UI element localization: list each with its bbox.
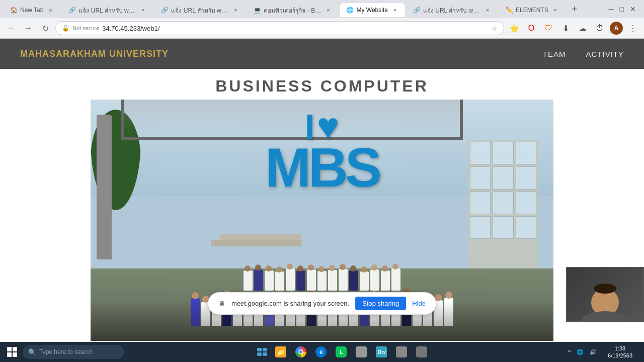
search-icon: 🔍 <box>28 348 36 356</box>
tab-close-6[interactable]: × <box>551 6 559 14</box>
bg-person-14 <box>381 270 390 291</box>
taskbar-file-explorer[interactable]: 📁 <box>271 342 290 361</box>
tab-6-elements[interactable]: ✏️ ELEMENTS × <box>500 3 566 17</box>
opera-icon[interactable]: O <box>524 21 538 35</box>
taskbar-app-5[interactable] <box>352 342 371 361</box>
bookmark-star-icon[interactable]: ☆ <box>491 24 498 32</box>
windows-logo-icon <box>7 347 17 357</box>
tab-1[interactable]: 🔗 แจ้ง URL สำหรับ website... × <box>62 3 153 17</box>
tab-2[interactable]: 🔗 แจ้ง URL สำหรับ website... × <box>155 3 246 17</box>
tab-title-new: New Tab <box>20 7 43 14</box>
video-face-area <box>591 289 619 316</box>
tab-5[interactable]: 🔗 แจ้ง URL สำหรับ website... × <box>407 3 498 17</box>
stairs-1 <box>211 240 301 246</box>
hide-button[interactable]: Hide <box>412 300 426 307</box>
bg-person-9 <box>328 270 337 291</box>
bg-person-10 <box>339 269 348 291</box>
adblock-icon[interactable]: 🛡 <box>541 21 555 35</box>
nav-link-team[interactable]: TEAM <box>543 50 566 58</box>
bg-person-7 <box>307 269 316 291</box>
stop-sharing-button[interactable]: Stop sharing <box>355 297 406 310</box>
tab-new-tab[interactable]: 🏠 New Tab × <box>4 3 60 17</box>
chrome-icon <box>295 346 306 357</box>
stairs-2 <box>220 234 301 240</box>
sign-overlay: I ♥ MBS <box>265 110 379 191</box>
tab-close-4[interactable]: × <box>391 6 399 14</box>
bg-person-3 <box>265 270 274 291</box>
tab-title-3: คอมพิวเตอร์รุกิจ - BC59... <box>264 6 321 15</box>
window-3 <box>516 142 536 164</box>
taskbar-app-8[interactable] <box>412 342 431 361</box>
taskbar-search[interactable]: 🔍 Type here to search <box>23 345 124 359</box>
taskview-button[interactable] <box>254 342 270 361</box>
tab-favicon-5: 🔗 <box>413 7 420 14</box>
tab-favicon-2: 🔗 <box>161 7 168 14</box>
tray-speaker-icon[interactable]: 🔊 <box>588 348 599 356</box>
onedrive-icon[interactable]: ☁ <box>576 21 590 35</box>
app8-icon <box>416 346 427 357</box>
search-placeholder: Type here to search <box>39 348 93 355</box>
close-button[interactable]: ✕ <box>630 5 636 13</box>
section-title-bar: BUSINESS COMPUTER <box>0 69 644 100</box>
profile-avatar[interactable]: A <box>610 22 623 35</box>
maximize-button[interactable]: □ <box>620 5 624 13</box>
system-tray: ^ 🌐 🔊 <box>562 348 603 356</box>
tab-close-new[interactable]: × <box>46 6 54 14</box>
tab-close-1[interactable]: × <box>139 6 147 14</box>
taskbar-chrome[interactable] <box>291 342 310 361</box>
tab-favicon-new: 🏠 <box>10 7 17 14</box>
tab-close-3[interactable]: × <box>324 6 332 14</box>
tray-arrow[interactable]: ^ <box>566 348 573 356</box>
taskbar-edge[interactable]: e <box>311 342 331 361</box>
extensions-icon[interactable]: ⭐ <box>507 21 521 35</box>
taskbar-apps: 📁 e L Dw <box>125 342 561 361</box>
site-navigation: MAHASARAKHAM UNIVERSITY TEAM ACTIVITY <box>0 39 644 69</box>
window-1 <box>470 142 491 164</box>
window-5 <box>493 166 513 189</box>
reload-button[interactable]: ↻ <box>38 21 52 35</box>
url-text[interactable]: 34.70.45.233/web1/ <box>102 25 488 32</box>
window-6 <box>516 166 536 189</box>
bg-person-12 <box>360 272 369 291</box>
tray-network-icon[interactable]: 🌐 <box>575 348 586 356</box>
tab-title-6: ELEMENTS <box>516 7 548 14</box>
taskview-icon <box>257 348 267 356</box>
window-8 <box>493 192 513 214</box>
bg-person-6 <box>296 270 305 291</box>
window-9 <box>516 192 536 214</box>
app5-icon <box>356 346 367 357</box>
video-thumbnail <box>566 267 644 322</box>
crowd-row-2 <box>244 268 400 291</box>
taskbar-dreamweaver[interactable]: Dw <box>372 342 391 361</box>
forward-button[interactable]: → <box>21 21 35 35</box>
url-bar[interactable]: 🔓 Not secure 34.70.45.233/web1/ ☆ <box>55 21 504 35</box>
bg-person-13 <box>370 269 379 291</box>
new-tab-button[interactable]: + <box>568 2 582 16</box>
tab-favicon-4: 🌐 <box>346 7 353 14</box>
nav-link-activity[interactable]: ACTIVITY <box>586 50 624 58</box>
tab-3[interactable]: 💻 คอมพิวเตอร์รุกิจ - BC59... × <box>248 3 338 17</box>
tab-4-mywebsite[interactable]: 🌐 My Website × <box>340 3 405 17</box>
tab-close-2[interactable]: × <box>231 6 239 14</box>
taskbar-line[interactable]: L <box>332 342 351 361</box>
taskbar-clock[interactable]: 1:38 6/19/2563 <box>604 345 636 359</box>
window-7 <box>470 192 491 214</box>
tab-favicon-1: 🔗 <box>68 7 75 14</box>
history-icon[interactable]: ⏱ <box>593 21 607 35</box>
tab-close-5[interactable]: × <box>484 6 492 14</box>
start-button[interactable] <box>2 342 22 362</box>
tab-favicon-3: 💻 <box>254 7 261 14</box>
download-icon[interactable]: ⬇ <box>558 21 573 35</box>
minimize-button[interactable]: ─ <box>609 5 614 13</box>
taskbar-app-7[interactable] <box>392 342 411 361</box>
tab-title-4: My Website <box>356 7 387 14</box>
back-button[interactable]: ← <box>4 21 18 35</box>
menu-icon[interactable]: ⋮ <box>626 21 640 35</box>
app7-icon <box>396 346 407 357</box>
edge-icon: e <box>315 346 327 357</box>
dreamweaver-icon: Dw <box>376 346 387 357</box>
bg-person-15 <box>391 268 400 291</box>
browser-chrome: 🏠 New Tab × 🔗 แจ้ง URL สำหรับ website...… <box>0 0 644 39</box>
clock-date: 6/19/2563 <box>608 352 632 359</box>
address-bar: ← → ↻ 🔓 Not secure 34.70.45.233/web1/ ☆ … <box>0 18 644 38</box>
